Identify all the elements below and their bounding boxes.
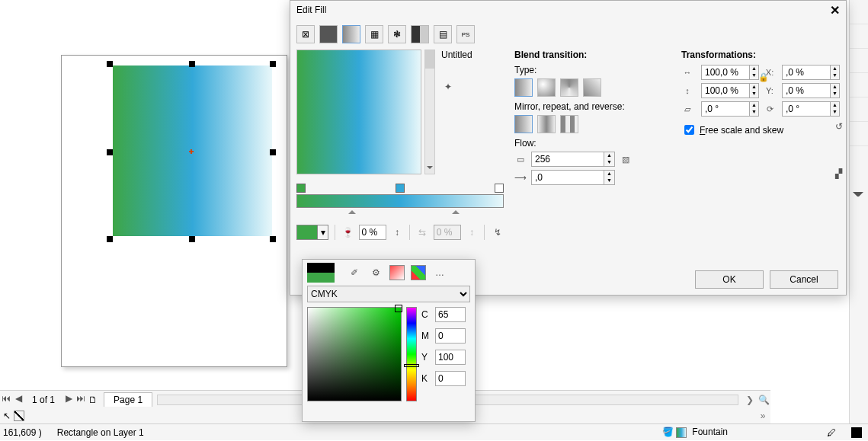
flow-steps-field[interactable] [531, 152, 604, 167]
selection-handle-s[interactable] [189, 236, 195, 242]
fill-type-two-color[interactable] [411, 25, 429, 43]
channel-m-input[interactable] [435, 328, 466, 344]
zoom-tool-icon[interactable]: 🔍 [757, 395, 770, 405]
skew-input[interactable] [701, 101, 750, 117]
fill-type-fountain[interactable] [342, 25, 360, 43]
channel-k-input[interactable] [435, 371, 466, 386]
midpoint-marker[interactable] [452, 206, 460, 214]
free-scale-check[interactable] [684, 125, 694, 135]
type-rectangular-button[interactable] [583, 78, 601, 97]
spin-down[interactable]: ▼ [831, 91, 839, 97]
scroll-right-button[interactable]: ❯ [743, 395, 757, 405]
docker-expand-icon[interactable] [853, 192, 863, 203]
fountain-preview[interactable] [296, 50, 421, 174]
spin-up[interactable]: ▲ [831, 84, 839, 91]
selection-handle-e[interactable] [270, 149, 276, 155]
channel-c-input[interactable] [435, 307, 466, 322]
selection-center-icon[interactable] [189, 149, 194, 154]
flow-accel-input[interactable]: ▲▼ [531, 170, 615, 185]
add-page-button[interactable]: 🗋 [87, 395, 99, 405]
channel-y-input[interactable] [435, 350, 466, 365]
ok-button[interactable]: OK [695, 270, 764, 289]
height-input[interactable] [701, 83, 750, 98]
spin-up[interactable]: ▲ [831, 102, 839, 109]
dialog-titlebar[interactable]: Edit Fill ✕ [290, 1, 846, 19]
type-conical-button[interactable] [560, 78, 578, 97]
docker-slot[interactable] [850, 122, 868, 146]
copy-properties-icon[interactable]: ▞ [835, 168, 843, 179]
color-field-cursor[interactable] [395, 305, 402, 312]
color-model-select[interactable]: CMYK [307, 286, 470, 302]
reverse-gradient-icon[interactable]: ↯ [491, 225, 504, 239]
color-field[interactable] [307, 307, 402, 401]
spin-up[interactable]: ▲ [750, 84, 758, 91]
spin-down[interactable]: ▼ [831, 109, 839, 116]
hue-slider-thumb[interactable] [404, 364, 419, 367]
midpoint-marker[interactable] [348, 206, 356, 214]
color-viewer-icon[interactable] [389, 265, 405, 280]
selection-handle-n[interactable] [189, 61, 195, 67]
page-tab[interactable]: Page 1 [104, 392, 152, 407]
spin-down[interactable]: ▼ [831, 72, 839, 79]
hint-more-button[interactable]: » [755, 411, 770, 421]
fill-type-texture[interactable]: ▤ [434, 25, 452, 43]
last-page-button[interactable]: ⏭ [75, 393, 87, 407]
lock-aspect-icon[interactable]: 🔒 [757, 71, 770, 83]
spin-down[interactable]: ▼ [604, 159, 614, 166]
fill-indicator[interactable]: 🪣 Fountain [662, 427, 728, 438]
gradient-node-end[interactable] [495, 184, 504, 193]
fill-type-none[interactable]: ⊠ [296, 25, 315, 43]
type-linear-button[interactable] [514, 78, 533, 97]
first-page-button[interactable]: ⏮ [0, 393, 12, 407]
fill-type-bitmap-pattern[interactable]: ❃ [388, 25, 406, 43]
selection-handle-w[interactable] [107, 149, 113, 155]
docker-slot[interactable] [850, 73, 868, 97]
rotate-input[interactable] [782, 101, 831, 117]
preset-scrollbar[interactable] [424, 50, 435, 174]
repeat-default-button[interactable] [514, 115, 533, 133]
type-elliptical-button[interactable] [537, 78, 556, 97]
spin-up[interactable]: ▲ [604, 171, 614, 177]
selection-handle-sw[interactable] [107, 236, 113, 242]
gradient-node-start[interactable] [296, 184, 306, 193]
selection-handle-ne[interactable] [270, 61, 276, 67]
prev-page-button[interactable]: ◀ [12, 393, 24, 407]
docker-slot[interactable] [850, 0, 868, 24]
palettes-view-icon[interactable] [411, 265, 426, 280]
next-page-button[interactable]: ▶ [62, 393, 75, 407]
repeat-repeat-button[interactable] [560, 115, 578, 133]
docker-slot[interactable] [850, 49, 868, 73]
more-options-icon[interactable]: … [432, 265, 447, 280]
chevron-down-icon[interactable] [427, 166, 433, 172]
sliders-view-icon[interactable]: ⚙ [368, 265, 383, 280]
gradient-bar[interactable] [296, 194, 504, 208]
outline-pen-icon[interactable]: 🖊 [827, 427, 836, 438]
selection-handle-se[interactable] [270, 236, 276, 242]
docker-slot[interactable] [850, 97, 868, 122]
reverse-direction-icon[interactable]: ↺ [835, 121, 843, 132]
steps-lock-icon[interactable]: ▧ [620, 153, 632, 165]
docker-slot[interactable] [850, 24, 868, 49]
free-scale-checkbox[interactable]: FFree scale and skewree scale and skew [681, 123, 840, 137]
spin-up[interactable]: ▲ [750, 102, 758, 109]
flow-accel-field[interactable] [531, 170, 604, 185]
hue-slider[interactable] [406, 307, 417, 401]
spin-down[interactable]: ▼ [750, 91, 758, 97]
fill-type-vector-pattern[interactable]: ▦ [365, 25, 383, 43]
spin-down[interactable]: ▼ [604, 177, 614, 184]
y-offset-input[interactable] [782, 83, 831, 98]
chevron-down-icon[interactable]: ▾ [318, 225, 328, 240]
node-color-picker[interactable]: ▾ [296, 225, 328, 240]
repeat-mirror-button[interactable] [537, 115, 556, 133]
spin-up[interactable]: ▲ [831, 66, 839, 72]
cancel-button[interactable]: Cancel [770, 270, 838, 289]
flow-steps-input[interactable]: ▲▼ [531, 152, 615, 167]
share-preset-icon[interactable]: ✦ [441, 80, 455, 94]
fill-type-postscript[interactable]: PS [456, 25, 475, 43]
fill-type-uniform[interactable] [319, 25, 338, 43]
node-transparency-input[interactable] [359, 225, 386, 240]
selection-handle-nw[interactable] [107, 61, 113, 67]
spin-up[interactable]: ▲ [604, 152, 614, 159]
node-transparency-spin[interactable]: ↕ [391, 225, 404, 239]
no-fill-icon[interactable] [14, 411, 24, 421]
